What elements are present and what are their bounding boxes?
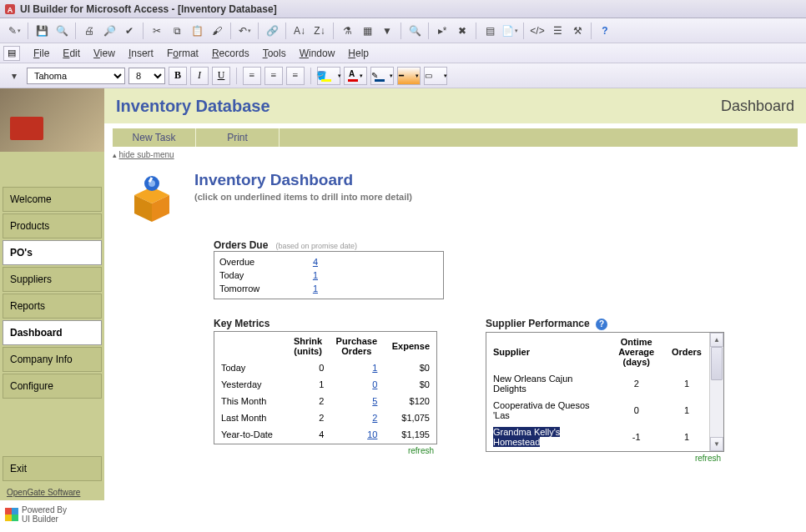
- km-row: Yesterday10$0: [216, 377, 435, 392]
- object-select-icon[interactable]: ▾: [5, 67, 23, 85]
- window-title: UI Builder for Microsoft Access - [Inven…: [20, 3, 277, 15]
- orders-due-title: Orders Due: [214, 239, 268, 251]
- toggle-filter-icon[interactable]: ▼: [378, 22, 396, 40]
- km-row: Today01$0: [216, 360, 435, 375]
- code-icon[interactable]: </>: [528, 22, 547, 40]
- delete-record-icon[interactable]: ✖: [453, 22, 471, 40]
- underline-button[interactable]: U: [212, 67, 230, 85]
- print-button[interactable]: Print: [196, 128, 280, 147]
- italic-button[interactable]: I: [190, 67, 209, 85]
- nav-exit[interactable]: Exit: [3, 456, 102, 481]
- orders-row-today: Today1: [219, 269, 318, 282]
- km-row: Year-to-Date410$1,195: [216, 427, 435, 442]
- align-left-button[interactable]: ≡: [243, 67, 261, 85]
- db-window-icon[interactable]: ▤: [481, 22, 499, 40]
- page-section: Dashboard: [721, 98, 794, 115]
- km-header-po: Purchase Orders: [330, 334, 382, 359]
- menu-view[interactable]: View: [87, 45, 122, 62]
- save-icon[interactable]: 💾: [33, 22, 51, 40]
- fill-color-button[interactable]: 🪣▾: [317, 67, 340, 85]
- undo-icon[interactable]: ↶▾: [235, 22, 254, 40]
- line-width-button[interactable]: ━▾: [397, 67, 421, 85]
- scroll-down-icon[interactable]: ▼: [710, 437, 723, 451]
- file-search-icon[interactable]: 🔍: [53, 22, 71, 40]
- font-color-button[interactable]: A▾: [344, 67, 367, 85]
- orders-today-link[interactable]: 1: [313, 270, 318, 280]
- key-metrics-table: Shrink (units) Purchase Orders Expense T…: [214, 331, 437, 444]
- menu-insert[interactable]: Insert: [122, 45, 160, 62]
- hyperlink-icon[interactable]: 🔗: [263, 22, 281, 40]
- nav-welcome[interactable]: Welcome: [3, 187, 102, 212]
- sp-refresh-link[interactable]: refresh: [486, 452, 724, 463]
- new-task-button[interactable]: New Task: [113, 128, 196, 147]
- special-effect-button[interactable]: ▭▾: [424, 67, 447, 85]
- scroll-thumb[interactable]: [711, 347, 723, 380]
- nav-configure[interactable]: Configure: [3, 374, 102, 399]
- sp-row: Grandma Kelly's Homestead-11: [488, 424, 707, 449]
- menu-window[interactable]: Window: [293, 45, 342, 62]
- content-header: Inventory Database Dashboard: [104, 88, 806, 123]
- new-object-icon[interactable]: 📄▾: [501, 22, 519, 40]
- format-painter-icon[interactable]: 🖌: [208, 22, 226, 40]
- hide-submenu-link[interactable]: hide sub-menu: [113, 147, 798, 159]
- logo-icon: [5, 508, 18, 521]
- dashboard-body: Inventory Dashboard (click on underlined…: [104, 161, 806, 532]
- find-icon[interactable]: 🔍: [406, 22, 424, 40]
- nav-products[interactable]: Products: [3, 213, 102, 238]
- km-refresh-link[interactable]: refresh: [214, 444, 437, 455]
- orders-tomorrow-link[interactable]: 1: [313, 284, 318, 294]
- sort-desc-icon[interactable]: Z↓: [310, 22, 329, 40]
- cut-icon[interactable]: ✂: [148, 22, 166, 40]
- sort-asc-icon[interactable]: A↓: [290, 22, 309, 40]
- help-icon[interactable]: ?: [596, 22, 614, 40]
- svg-text:A: A: [8, 6, 13, 14]
- sp-scrollbar[interactable]: ▲ ▼: [709, 333, 723, 451]
- orders-overdue-link[interactable]: 4: [313, 257, 318, 267]
- properties-icon[interactable]: ☰: [548, 22, 567, 40]
- font-size-select[interactable]: 8: [128, 68, 165, 84]
- menu-tools[interactable]: Tools: [256, 45, 293, 62]
- new-record-icon[interactable]: ▸*: [433, 22, 451, 40]
- line-color-button[interactable]: ✎▾: [370, 67, 394, 85]
- nav-pos[interactable]: PO's: [3, 240, 102, 265]
- menu-edit[interactable]: Edit: [56, 45, 87, 62]
- km-header-shrink: Shrink (units): [287, 334, 329, 359]
- sub-toolbar: New Task Print: [113, 128, 798, 147]
- view-switch-icon[interactable]: ▤: [3, 46, 20, 61]
- menu-help[interactable]: Help: [341, 45, 375, 62]
- design-view-button[interactable]: ✎▾: [5, 22, 23, 40]
- build-icon[interactable]: ⚒: [568, 22, 587, 40]
- sidebar: Welcome Products PO's Suppliers Reports …: [0, 88, 104, 532]
- box-icon: [123, 171, 181, 228]
- nav-suppliers[interactable]: Suppliers: [3, 267, 102, 292]
- nav-reports[interactable]: Reports: [3, 294, 102, 319]
- font-select[interactable]: Tahoma: [27, 68, 125, 84]
- print-preview-icon[interactable]: 🔎: [100, 22, 118, 40]
- nav-company-info[interactable]: Company Info: [3, 347, 102, 372]
- supplier-perf-table: Supplier Ontime Average (days) Orders Ne…: [486, 333, 708, 451]
- menu-file[interactable]: File: [27, 45, 56, 62]
- print-icon[interactable]: 🖨: [80, 22, 98, 40]
- filter-form-icon[interactable]: ▦: [358, 22, 376, 40]
- align-right-button[interactable]: ≡: [286, 67, 305, 85]
- filter-selection-icon[interactable]: ⚗: [338, 22, 356, 40]
- dashboard-subtitle: (click on underlined items to drill into…: [194, 192, 412, 202]
- menu-records[interactable]: Records: [205, 45, 256, 62]
- menu-format[interactable]: Format: [160, 45, 205, 62]
- sidebar-image: [0, 88, 104, 152]
- scroll-up-icon[interactable]: ▲: [710, 333, 723, 347]
- window-titlebar: A UI Builder for Microsoft Access - [Inv…: [0, 0, 806, 18]
- align-center-button[interactable]: ≡: [264, 67, 283, 85]
- km-row: This Month25$120: [216, 394, 435, 409]
- nav-dashboard[interactable]: Dashboard: [3, 320, 102, 345]
- bold-button[interactable]: B: [169, 67, 187, 85]
- menu-bar: ▤ File Edit View Insert Format Records T…: [0, 43, 806, 63]
- footer-link[interactable]: OpenGate Software: [0, 483, 104, 500]
- paste-icon[interactable]: 📋: [188, 22, 206, 40]
- spelling-icon[interactable]: ✔: [120, 22, 139, 40]
- dashboard-title: Inventory Dashboard: [194, 171, 412, 189]
- page-title: Inventory Database: [116, 97, 270, 116]
- sp-selected-cell[interactable]: Grandma Kelly's Homestead: [493, 427, 560, 447]
- help-icon[interactable]: ?: [596, 319, 607, 330]
- copy-icon[interactable]: ⧉: [168, 22, 186, 40]
